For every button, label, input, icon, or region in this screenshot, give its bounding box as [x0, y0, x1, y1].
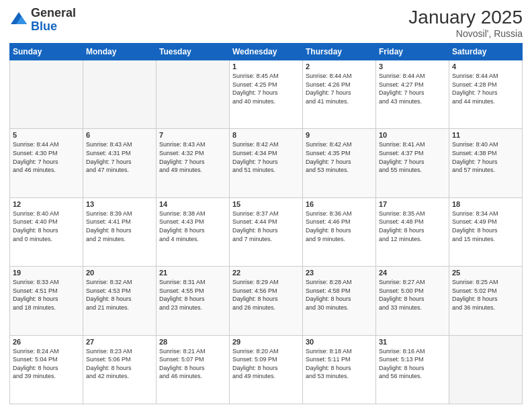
week-row-4: 26Sunrise: 8:24 AM Sunset: 5:04 PM Dayli… — [10, 335, 523, 404]
header-row: Sunday Monday Tuesday Wednesday Thursday… — [10, 44, 523, 60]
calendar-cell: 20Sunrise: 8:32 AM Sunset: 4:53 PM Dayli… — [83, 267, 157, 335]
day-number: 3 — [379, 62, 446, 71]
calendar-cell: 27Sunrise: 8:23 AM Sunset: 5:06 PM Dayli… — [83, 335, 157, 404]
calendar-cell — [10, 60, 83, 129]
day-number: 7 — [159, 131, 226, 139]
day-number: 27 — [86, 338, 153, 346]
day-number: 9 — [306, 131, 373, 139]
day-info: Sunrise: 8:40 AM Sunset: 4:40 PM Dayligh… — [13, 210, 80, 243]
col-thursday: Thursday — [303, 44, 376, 60]
day-info: Sunrise: 8:18 AM Sunset: 5:11 PM Dayligh… — [306, 347, 373, 381]
day-number: 4 — [452, 62, 519, 71]
day-info: Sunrise: 8:37 AM Sunset: 4:44 PM Dayligh… — [232, 210, 300, 243]
day-number: 13 — [86, 200, 153, 208]
page: General Blue January 2025 Novosil', Russ… — [0, 0, 532, 411]
day-info: Sunrise: 8:25 AM Sunset: 5:02 PM Dayligh… — [452, 278, 519, 312]
location: Novosil', Russia — [408, 28, 523, 39]
day-info: Sunrise: 8:27 AM Sunset: 5:00 PM Dayligh… — [379, 278, 446, 312]
logo-icon — [9, 11, 28, 30]
day-number: 8 — [232, 131, 300, 139]
day-number: 12 — [13, 200, 80, 208]
day-info: Sunrise: 8:36 AM Sunset: 4:46 PM Dayligh… — [306, 210, 373, 243]
calendar-cell: 12Sunrise: 8:40 AM Sunset: 4:40 PM Dayli… — [10, 197, 83, 266]
day-number: 2 — [306, 62, 373, 71]
calendar-cell: 9Sunrise: 8:42 AM Sunset: 4:35 PM Daylig… — [303, 129, 376, 197]
day-info: Sunrise: 8:45 AM Sunset: 4:25 PM Dayligh… — [232, 72, 300, 105]
calendar-cell: 29Sunrise: 8:20 AM Sunset: 5:09 PM Dayli… — [230, 335, 303, 404]
day-info: Sunrise: 8:31 AM Sunset: 4:55 PM Dayligh… — [159, 278, 226, 312]
logo: General Blue — [9, 7, 76, 34]
col-monday: Monday — [83, 44, 157, 60]
day-info: Sunrise: 8:39 AM Sunset: 4:41 PM Dayligh… — [86, 210, 153, 243]
day-number: 11 — [452, 131, 519, 139]
day-number: 23 — [306, 269, 373, 277]
col-tuesday: Tuesday — [157, 44, 230, 60]
calendar-cell: 5Sunrise: 8:44 AM Sunset: 4:30 PM Daylig… — [10, 129, 83, 197]
calendar-cell: 13Sunrise: 8:39 AM Sunset: 4:41 PM Dayli… — [83, 197, 157, 266]
day-number: 25 — [452, 269, 519, 277]
calendar: Sunday Monday Tuesday Wednesday Thursday… — [9, 43, 523, 404]
calendar-cell: 21Sunrise: 8:31 AM Sunset: 4:55 PM Dayli… — [157, 267, 230, 335]
day-info: Sunrise: 8:16 AM Sunset: 5:13 PM Dayligh… — [379, 347, 446, 381]
day-info: Sunrise: 8:20 AM Sunset: 5:09 PM Dayligh… — [232, 347, 300, 381]
day-info: Sunrise: 8:33 AM Sunset: 4:51 PM Dayligh… — [13, 278, 80, 312]
calendar-cell — [449, 335, 523, 404]
day-info: Sunrise: 8:29 AM Sunset: 4:56 PM Dayligh… — [232, 278, 300, 312]
calendar-cell: 16Sunrise: 8:36 AM Sunset: 4:46 PM Dayli… — [303, 197, 376, 266]
day-info: Sunrise: 8:41 AM Sunset: 4:37 PM Dayligh… — [379, 140, 446, 174]
calendar-cell — [157, 60, 230, 129]
calendar-cell: 4Sunrise: 8:44 AM Sunset: 4:28 PM Daylig… — [449, 60, 523, 129]
day-number: 20 — [86, 269, 153, 277]
month-title: January 2025 — [408, 7, 523, 28]
day-info: Sunrise: 8:44 AM Sunset: 4:30 PM Dayligh… — [13, 140, 80, 174]
day-number: 18 — [452, 200, 519, 208]
day-number: 28 — [159, 338, 226, 346]
calendar-cell: 26Sunrise: 8:24 AM Sunset: 5:04 PM Dayli… — [10, 335, 83, 404]
day-number: 29 — [232, 338, 300, 346]
day-number: 31 — [379, 338, 446, 346]
day-info: Sunrise: 8:24 AM Sunset: 5:04 PM Dayligh… — [13, 347, 80, 381]
week-row-3: 19Sunrise: 8:33 AM Sunset: 4:51 PM Dayli… — [10, 267, 523, 335]
day-info: Sunrise: 8:44 AM Sunset: 4:26 PM Dayligh… — [306, 72, 373, 105]
calendar-cell: 14Sunrise: 8:38 AM Sunset: 4:43 PM Dayli… — [157, 197, 230, 266]
day-info: Sunrise: 8:44 AM Sunset: 4:28 PM Dayligh… — [452, 72, 519, 105]
day-number: 26 — [13, 338, 80, 346]
calendar-cell: 18Sunrise: 8:34 AM Sunset: 4:49 PM Dayli… — [449, 197, 523, 266]
week-row-2: 12Sunrise: 8:40 AM Sunset: 4:40 PM Dayli… — [10, 197, 523, 266]
calendar-cell: 10Sunrise: 8:41 AM Sunset: 4:37 PM Dayli… — [376, 129, 449, 197]
day-number: 16 — [306, 200, 373, 208]
day-number: 15 — [232, 200, 300, 208]
col-saturday: Saturday — [449, 44, 523, 60]
day-info: Sunrise: 8:38 AM Sunset: 4:43 PM Dayligh… — [159, 210, 226, 243]
day-info: Sunrise: 8:28 AM Sunset: 4:58 PM Dayligh… — [306, 278, 373, 312]
day-info: Sunrise: 8:44 AM Sunset: 4:27 PM Dayligh… — [379, 72, 446, 105]
calendar-cell: 23Sunrise: 8:28 AM Sunset: 4:58 PM Dayli… — [303, 267, 376, 335]
day-info: Sunrise: 8:23 AM Sunset: 5:06 PM Dayligh… — [86, 347, 153, 381]
day-info: Sunrise: 8:42 AM Sunset: 4:34 PM Dayligh… — [232, 140, 300, 174]
title-block: January 2025 Novosil', Russia — [408, 7, 523, 39]
calendar-cell: 22Sunrise: 8:29 AM Sunset: 4:56 PM Dayli… — [230, 267, 303, 335]
day-info: Sunrise: 8:43 AM Sunset: 4:32 PM Dayligh… — [159, 140, 226, 174]
calendar-cell: 28Sunrise: 8:21 AM Sunset: 5:07 PM Dayli… — [157, 335, 230, 404]
calendar-cell: 17Sunrise: 8:35 AM Sunset: 4:48 PM Dayli… — [376, 197, 449, 266]
calendar-cell: 2Sunrise: 8:44 AM Sunset: 4:26 PM Daylig… — [303, 60, 376, 129]
day-number: 14 — [159, 200, 226, 208]
day-number: 17 — [379, 200, 446, 208]
day-info: Sunrise: 8:40 AM Sunset: 4:38 PM Dayligh… — [452, 140, 519, 174]
week-row-1: 5Sunrise: 8:44 AM Sunset: 4:30 PM Daylig… — [10, 129, 523, 197]
calendar-cell: 11Sunrise: 8:40 AM Sunset: 4:38 PM Dayli… — [449, 129, 523, 197]
calendar-cell: 6Sunrise: 8:43 AM Sunset: 4:31 PM Daylig… — [83, 129, 157, 197]
calendar-cell: 30Sunrise: 8:18 AM Sunset: 5:11 PM Dayli… — [303, 335, 376, 404]
day-number: 5 — [13, 131, 80, 139]
calendar-cell: 19Sunrise: 8:33 AM Sunset: 4:51 PM Dayli… — [10, 267, 83, 335]
calendar-cell: 7Sunrise: 8:43 AM Sunset: 4:32 PM Daylig… — [157, 129, 230, 197]
calendar-cell: 3Sunrise: 8:44 AM Sunset: 4:27 PM Daylig… — [376, 60, 449, 129]
logo-general: General — [31, 6, 76, 19]
calendar-cell: 8Sunrise: 8:42 AM Sunset: 4:34 PM Daylig… — [230, 129, 303, 197]
calendar-cell: 31Sunrise: 8:16 AM Sunset: 5:13 PM Dayli… — [376, 335, 449, 404]
calendar-cell: 15Sunrise: 8:37 AM Sunset: 4:44 PM Dayli… — [230, 197, 303, 266]
day-info: Sunrise: 8:32 AM Sunset: 4:53 PM Dayligh… — [86, 278, 153, 312]
logo-text: General Blue — [31, 7, 76, 34]
calendar-cell: 1Sunrise: 8:45 AM Sunset: 4:25 PM Daylig… — [230, 60, 303, 129]
day-number: 19 — [13, 269, 80, 277]
